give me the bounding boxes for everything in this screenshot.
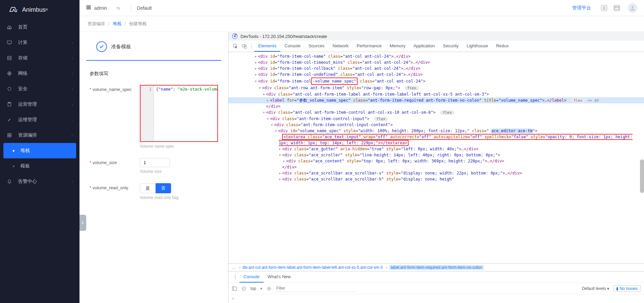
dom-node-7[interactable]: ▸<label for="参数_volume_name_spec" class=… (228, 97, 644, 104)
dom-node-17[interactable]: </div> (228, 164, 644, 170)
form-panel: 准备模板 参数填写 *volume_name_spec 1 {"name": "… (79, 32, 228, 303)
no-issues-badge[interactable]: ▮ No Issues (613, 285, 641, 292)
dom-node-9[interactable]: ▾<div class="ant-col ant-form-item-contr… (228, 109, 644, 116)
sidebar-item-4[interactable]: 安全› (0, 81, 79, 97)
dom-node-0[interactable]: ▸<div id="form-item-col-name" class="ant… (228, 53, 644, 59)
sidebar-item-8[interactable]: 告警中心› (0, 174, 79, 189)
dom-node-6[interactable]: ▾<div class="ant-col ant-form-item-label… (228, 91, 644, 97)
console-filter-input[interactable] (276, 285, 356, 292)
console-toolbar: top ▾ Default levels ▾ ▮ No Issues (228, 283, 644, 294)
devtools-tab-network[interactable]: Network (329, 41, 353, 52)
apps-grid-icon[interactable] (86, 5, 91, 11)
devtools-tab-elements[interactable]: Elements (254, 41, 280, 52)
chevron-right-icon: › (72, 41, 73, 45)
breadcrumb: 资源编排 / 堆栈 / 创建堆栈 (79, 16, 644, 32)
brand-logo: Animbus® (0, 0, 79, 19)
scrollbar-vertical[interactable] (640, 159, 644, 193)
code-body[interactable]: {"name": "e2e-stack-volume"} (154, 86, 217, 141)
drawer-tab-what-s-new[interactable]: What's New (264, 271, 295, 283)
sidebar-subitem-7-0[interactable]: 堆栈 (3, 143, 76, 158)
sidebar-subitem-7-1[interactable]: 模板 (0, 158, 79, 174)
dom-node-8[interactable]: </div> (228, 103, 644, 109)
svg-rect-14 (90, 7, 91, 8)
drawer-tab-console[interactable]: Console (239, 271, 264, 283)
dom-node-2[interactable]: ▸<div id="form-item-col-rollback" class=… (228, 65, 644, 71)
crumb-current[interactable]: label.ant-form-item-required.ant-form-it… (389, 265, 484, 270)
swap-icon[interactable]: ⇆ (116, 5, 120, 11)
field-volume-size: *volume_size Volume size (79, 153, 228, 179)
label-volume-read-only: volume_read_only (93, 185, 128, 190)
brand-name: Animbus (22, 6, 46, 13)
sidebar-item-label: 网络 (18, 70, 72, 77)
logo-icon (8, 6, 19, 13)
radio-no[interactable]: 否 (156, 183, 171, 193)
dom-node-13[interactable]: <textarea class="ace_text-input" wrap="o… (228, 134, 644, 146)
log-levels-selector[interactable]: Default levels ▾ (582, 286, 609, 291)
dom-node-5[interactable]: ▾<div class="ant-row ant-form-item" styl… (228, 85, 644, 91)
sidebar-item-5[interactable]: 运营管理› (0, 97, 79, 112)
radio-yes[interactable]: 是 (140, 183, 156, 193)
devtools-tab-lighthouse[interactable]: Lighthouse (463, 41, 492, 52)
project-label[interactable]: Default (137, 5, 152, 11)
devtools-tab-sources[interactable]: Sources (305, 41, 329, 52)
chevron-right-icon: › (72, 56, 73, 60)
sidebar-item-2[interactable]: 存储› (0, 50, 79, 66)
svg-rect-12 (87, 7, 88, 8)
breadcrumb-current: 创建堆栈 (129, 21, 147, 26)
console-prompt[interactable]: › (228, 294, 644, 303)
svg-rect-8 (10, 136, 11, 137)
clear-console-icon[interactable] (241, 286, 247, 291)
dom-node-19[interactable]: ▸<div class="ace_scrollbar ace_scrollbar… (228, 176, 644, 182)
devtools-tab-console[interactable]: Console (280, 41, 305, 52)
devtools-tab-redux[interactable]: Redux (492, 41, 513, 52)
sidebar-item-1[interactable]: 计算› (0, 35, 79, 50)
code-editor-volume-name-spec[interactable]: 1 {"name": "e2e-stack-volume"} (140, 85, 218, 142)
dom-node-4[interactable]: ▾<div id="form-item-col-volume_name_spec… (228, 78, 644, 85)
database-icon (7, 55, 12, 61)
divider (131, 5, 131, 11)
dom-node-18[interactable]: ▸<div class="ace_scrollbar ace_scrollbar… (228, 170, 644, 176)
devtools-tab-performance[interactable]: Performance (353, 41, 385, 52)
code-gutter: 1 (141, 86, 154, 141)
sidebar-item-6[interactable]: 运维管理› (0, 112, 79, 128)
devtools-breadcrumb[interactable]: … › div.ant-col.ant-form-item-label.ant-… (228, 263, 644, 271)
inspect-icon[interactable] (231, 41, 240, 51)
list-icon[interactable] (601, 5, 607, 11)
dom-node-11[interactable]: ▾<div class="ant-form-item-control-input… (228, 122, 644, 128)
devtools-tabs: ElementsConsoleSourcesNetworkPerformance… (228, 41, 644, 52)
console-sidebar-icon[interactable] (232, 286, 237, 291)
sidebar-item-7[interactable]: 资源编排› (0, 128, 79, 143)
svg-rect-17 (90, 8, 91, 10)
manage-platform-link[interactable]: 管理平台 (572, 5, 591, 11)
sidebar-item-label: 运维管理 (18, 117, 72, 123)
admin-label[interactable]: admin (94, 5, 107, 11)
dom-node-15[interactable]: ▾<div class="ace_scroller" style="line-h… (228, 152, 644, 158)
sidebar-item-label: 计算 (18, 40, 72, 46)
svg-rect-5 (8, 134, 9, 135)
dom-node-14[interactable]: ▸<div class="ace_gutter" aria-hidden="tr… (228, 146, 644, 152)
dom-node-10[interactable]: ▾<div class="ant-form-item-control-input… (228, 116, 644, 122)
dom-node-16[interactable]: ▸<div class="ace_content" style="top: 0p… (228, 158, 644, 164)
device-icon[interactable] (240, 41, 249, 51)
input-volume-size[interactable] (140, 158, 170, 167)
breadcrumb-root[interactable]: 资源编排 (88, 21, 105, 26)
drawer-menu-icon[interactable]: ⋮ (231, 272, 239, 282)
breadcrumb-parent[interactable]: 堆栈 (113, 21, 121, 26)
sidebar-collapse-handle[interactable] (79, 215, 86, 231)
devtools-tab-memory[interactable]: Memory (386, 41, 410, 52)
dom-node-3[interactable]: ▸<div id="form-item-col-undefined" class… (228, 71, 644, 78)
dom-node-12[interactable]: ▾<div id="volume_name_spec" style="width… (228, 128, 644, 134)
sidebar-item-0[interactable]: 首页 (0, 19, 79, 35)
devtools-tab-security[interactable]: Security (439, 41, 463, 52)
user-avatar[interactable] (628, 3, 637, 13)
eye-icon[interactable] (266, 286, 272, 291)
context-selector[interactable]: top (251, 286, 256, 291)
mail-icon[interactable] (614, 5, 620, 11)
sidebar-item-3[interactable]: 网络› (0, 66, 79, 81)
crumb-parent[interactable]: div.ant-col.ant-form-item-label.ant-form… (243, 265, 383, 270)
svg-rect-13 (88, 7, 89, 8)
dom-node-1[interactable]: ▸<div id="form-item-col-timeout_mins" cl… (228, 59, 644, 65)
devtools-elements-tree[interactable]: ▸<div id="form-item-col-name" class="ant… (228, 52, 644, 263)
step-check-icon (96, 41, 107, 52)
devtools-tab-application[interactable]: Application (410, 41, 439, 52)
